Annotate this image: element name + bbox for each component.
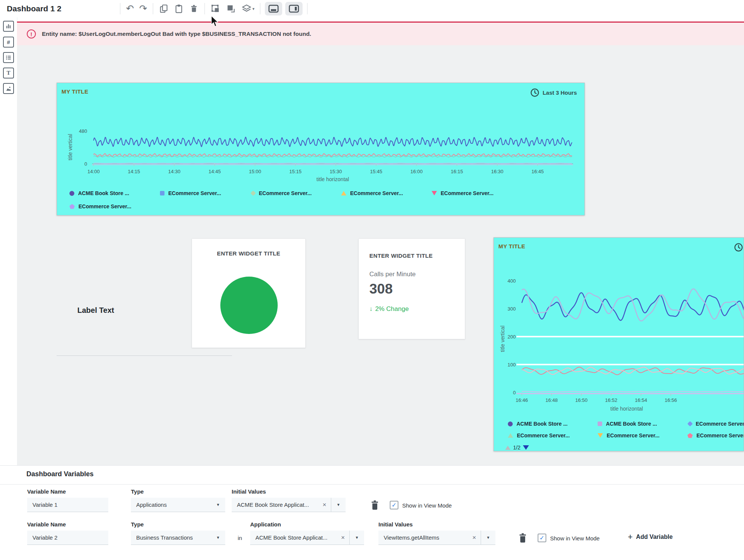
add-variable-button[interactable]: + Add Variable bbox=[626, 533, 675, 541]
trash-icon bbox=[518, 532, 528, 543]
triangle-down-marker-icon bbox=[598, 433, 603, 438]
legend-item[interactable]: ECommerce Server... bbox=[598, 432, 685, 439]
metric-label: Calls per Minute bbox=[369, 271, 416, 278]
clear-icon[interactable]: × bbox=[320, 501, 331, 509]
undo-button[interactable]: ↶ bbox=[123, 3, 137, 14]
delete-button[interactable] bbox=[186, 2, 201, 15]
image-widget-icon bbox=[5, 85, 12, 92]
legend-label: ECommerce Server... bbox=[607, 432, 659, 438]
series-line bbox=[522, 367, 744, 374]
page-down-icon[interactable] bbox=[523, 445, 529, 450]
square-marker-icon bbox=[598, 422, 602, 426]
application-select[interactable]: ACME Book Store Applicat... × ▼ bbox=[250, 531, 364, 545]
show-in-view-mode-checkbox[interactable]: ✓ bbox=[538, 534, 546, 542]
caret-down-icon[interactable]: ▼ bbox=[481, 535, 495, 540]
legend-label: ECommerce Server... bbox=[350, 190, 403, 196]
delete-variable-button[interactable] bbox=[518, 532, 528, 545]
x-tick-label: 16:15 bbox=[451, 169, 463, 174]
x-tick-label: 16:30 bbox=[491, 169, 504, 174]
type-select[interactable]: Applications ▼ bbox=[131, 498, 225, 512]
dashboard-canvas[interactable]: MY TITLE Last 3 Hours 14:0014:1514:3014:… bbox=[17, 45, 744, 465]
variable-name-input[interactable]: Variable 2 bbox=[27, 531, 108, 545]
panel-title: Dashboard Variables bbox=[26, 470, 94, 478]
legend-item[interactable]: ECommerce Server... bbox=[687, 420, 744, 428]
initial-values-select[interactable]: ViewItems.getAllItems × ▼ bbox=[378, 531, 495, 545]
group-button[interactable] bbox=[208, 2, 223, 15]
y-tick-label: 0 bbox=[85, 161, 87, 167]
checkbox-label: Show in View Mode bbox=[550, 535, 600, 542]
x-tick-label: 15:00 bbox=[249, 169, 261, 174]
panel-bottom-toggle-button[interactable] bbox=[265, 2, 282, 15]
page-up-icon[interactable] bbox=[505, 446, 510, 450]
chart-widget-button[interactable] bbox=[3, 21, 14, 32]
field-label: Type bbox=[131, 488, 144, 495]
error-icon: ! bbox=[27, 29, 36, 38]
x-axis-title: title horizontal bbox=[610, 406, 643, 412]
field-label: Initial Values bbox=[232, 488, 266, 495]
timeseries-widget-2[interactable]: MY TITLE 16:4616:4816:5016:5216:5416:564… bbox=[493, 237, 744, 451]
redo-icon: ↷ bbox=[139, 5, 147, 12]
x-tick-label: 14:00 bbox=[88, 169, 100, 174]
x-tick-label: 16:50 bbox=[575, 397, 588, 403]
image-widget-button[interactable] bbox=[3, 83, 14, 94]
legend-item[interactable]: ACME Book Store ... bbox=[508, 420, 595, 428]
legend-item[interactable]: ECommerce Server... bbox=[160, 189, 247, 197]
widget-title: ENTER WIDGET TITLE bbox=[369, 252, 433, 259]
layers-button[interactable]: ▾ bbox=[239, 2, 257, 15]
legend-item[interactable]: ECommerce Server... bbox=[508, 432, 595, 439]
type-select[interactable]: Business Transactions ▼ bbox=[131, 531, 225, 545]
triangle-up-marker-icon bbox=[341, 191, 346, 195]
list-widget-button[interactable] bbox=[3, 52, 14, 63]
x-tick-label: 15:15 bbox=[289, 169, 302, 174]
paste-button[interactable] bbox=[171, 2, 186, 15]
x-tick-label: 15:30 bbox=[330, 169, 342, 174]
x-tick-label: 16:46 bbox=[516, 397, 528, 403]
ungroup-icon bbox=[226, 4, 236, 14]
legend-label: ECommerce Server... bbox=[517, 432, 570, 438]
copy-button[interactable] bbox=[156, 2, 171, 15]
field-label: Initial Values bbox=[378, 521, 413, 528]
dashboard-title: Dashboard 1 2 bbox=[7, 4, 117, 13]
text-widget-button[interactable]: T bbox=[3, 68, 14, 78]
list-widget-icon bbox=[5, 54, 12, 61]
plus-icon: + bbox=[628, 534, 633, 540]
toolbar-divider bbox=[120, 3, 120, 14]
redo-button[interactable]: ↷ bbox=[137, 3, 150, 14]
clear-icon[interactable]: × bbox=[339, 534, 349, 542]
x-tick-label: 14:45 bbox=[209, 169, 221, 174]
show-in-view-mode-checkbox[interactable]: ✓ bbox=[390, 501, 398, 509]
legend-item[interactable]: ECommerce Server... bbox=[432, 189, 519, 197]
legend-item[interactable]: ECommerce Server... bbox=[69, 203, 157, 210]
legend-item[interactable]: ACME Book Store ... bbox=[598, 420, 685, 428]
caret-down-icon[interactable]: ▼ bbox=[331, 503, 346, 507]
legend-item[interactable]: ECommerce Server... bbox=[251, 189, 338, 197]
caret-down-icon[interactable]: ▼ bbox=[350, 535, 364, 540]
legend-item[interactable]: ECommerce Server... bbox=[341, 189, 429, 197]
legend-label: ACME Book Store ... bbox=[78, 190, 129, 196]
panel-right-toggle-button[interactable] bbox=[285, 2, 303, 15]
pie-widget[interactable]: ENTER WIDGET TITLE bbox=[192, 238, 306, 348]
text-widget-icon: T bbox=[6, 70, 10, 76]
legend-item[interactable]: ECommerce Server... bbox=[687, 432, 744, 439]
timeseries-widget-1[interactable]: MY TITLE Last 3 Hours 14:0014:1514:3014:… bbox=[57, 83, 585, 215]
legend-label: ECommerce Server... bbox=[259, 190, 312, 196]
legend-item[interactable]: ACME Book Store ... bbox=[69, 189, 157, 197]
select-value: Applications bbox=[131, 502, 216, 508]
y-tick-label: 200 bbox=[507, 334, 516, 340]
circle-marker-icon bbox=[69, 191, 74, 196]
series-line bbox=[94, 163, 572, 163]
check-icon: ✓ bbox=[540, 535, 544, 541]
clear-icon[interactable]: × bbox=[470, 534, 481, 542]
paste-icon bbox=[174, 4, 184, 14]
label-widget[interactable]: Label Text bbox=[77, 306, 114, 315]
ungroup-button[interactable] bbox=[223, 2, 239, 15]
number-widget-button[interactable]: # bbox=[3, 37, 14, 48]
series-line bbox=[522, 289, 744, 321]
toolbar-divider bbox=[153, 3, 153, 14]
initial-values-select[interactable]: ACME Book Store Applicat... × ▼ bbox=[232, 498, 346, 512]
variable-name-input[interactable]: Variable 1 bbox=[27, 498, 108, 512]
metric-widget[interactable]: ENTER WIDGET TITLE Calls per Minute 308 … bbox=[358, 238, 465, 339]
x-tick-label: 16:48 bbox=[546, 397, 558, 403]
panel-right-toggle-icon bbox=[289, 5, 299, 13]
delete-variable-button[interactable] bbox=[370, 500, 380, 512]
